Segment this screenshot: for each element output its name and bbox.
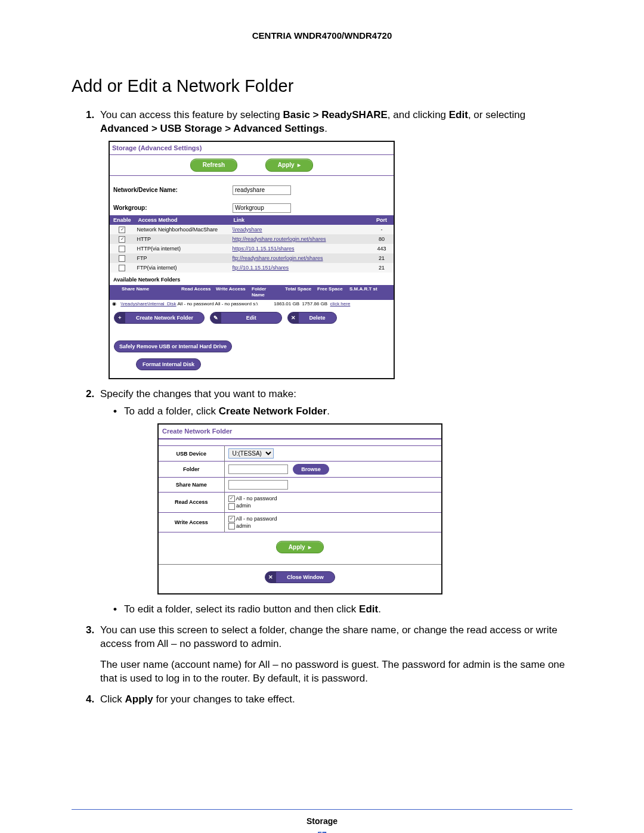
write-access-label: Write Access [159, 512, 224, 532]
step-3: You can use this screen to select a fold… [86, 624, 572, 686]
folder-input[interactable] [228, 465, 288, 474]
write-all-checkbox[interactable] [228, 516, 235, 522]
panel2-title: Create Network Folder [159, 425, 441, 438]
network-name-input[interactable] [233, 185, 291, 195]
create-folder-form: USB Device U:(TESSA) Folder Browse Share… [159, 445, 441, 532]
folders-header: Share Name Read Access Write Access Fold… [110, 285, 394, 301]
section-title: Add or Edit a Network Folder [72, 75, 572, 98]
step-1-bold-1: Basic > ReadySHARE [283, 109, 388, 120]
available-folders-label: Available Network Folders [110, 272, 394, 284]
access-method-table: Enable Access Method Link Port Network N… [110, 215, 394, 273]
step-3-para-2: The user name (account name) for All – n… [100, 658, 572, 686]
close-window-button[interactable]: ✕Close Window [265, 571, 335, 583]
apply-button[interactable]: Apply ▸ [265, 159, 313, 172]
delete-folder-button[interactable]: ✕Delete [287, 312, 337, 324]
read-all-checkbox[interactable] [228, 496, 235, 502]
th-link: Link [230, 215, 370, 225]
port-cell: 21 [370, 263, 394, 272]
format-disk-button[interactable]: Format Internal Disk [136, 358, 201, 370]
link-cell[interactable]: ftp://readyshare.routerlogin.net/shares [233, 255, 323, 261]
folder-row: ◉ \\readyshare\Internal_Disk All - no pa… [110, 300, 394, 309]
step-1-bold-2: Edit [449, 109, 468, 120]
step-1-bold-3: Advanced > USB Storage > Advanced Settin… [100, 123, 324, 134]
footer-section-label: Storage [72, 816, 572, 827]
safely-remove-button[interactable]: Safely Remove USB or Internal Hard Drive [114, 340, 232, 352]
page-number: 57 [72, 829, 572, 833]
folder-label: Folder [159, 462, 224, 478]
step-1-text-c: , and clicking [388, 109, 449, 120]
share-name-input[interactable] [228, 480, 288, 490]
method-cell: FTP [135, 253, 230, 263]
usb-device-select[interactable]: U:(TESSA) [228, 448, 274, 459]
step-2-text: Specify the changes that you want to mak… [100, 388, 296, 400]
th-enable: Enable [110, 215, 135, 225]
method-cell: HTTP [135, 234, 230, 244]
footer-rule [72, 809, 572, 810]
read-access-label: Read Access [159, 493, 224, 512]
port-cell: 443 [370, 244, 394, 253]
smart-link[interactable]: click here [330, 301, 351, 306]
apply-button-2[interactable]: Apply ▸ [276, 541, 324, 554]
step-1-text-a: You can access this feature by selecting [100, 109, 283, 120]
th-method: Access Method [135, 215, 230, 225]
enable-checkbox[interactable] [119, 246, 125, 252]
edit-folder-button[interactable]: ✎Edit [210, 312, 282, 324]
enable-checkbox[interactable] [119, 236, 125, 243]
enable-checkbox[interactable] [119, 227, 125, 233]
write-admin-checkbox[interactable] [228, 523, 235, 529]
th-port: Port [370, 215, 394, 225]
refresh-button[interactable]: Refresh [190, 159, 237, 172]
read-admin-checkbox[interactable] [228, 503, 235, 510]
method-cell: FTP(via internet) [135, 263, 230, 272]
panel1-title: Storage (Advanced Settings) [110, 142, 394, 154]
step-1-text-e: , or selecting [468, 109, 525, 120]
link-cell[interactable]: ftp://10.1.15.151/shares [233, 265, 289, 271]
step-2-bullet-2: To edit a folder, select its radio butto… [111, 603, 572, 617]
step-3-para-1: You can use this screen to select a fold… [100, 624, 572, 651]
step-4: Click Apply for your changes to take eff… [86, 693, 572, 707]
method-cell: HTTP(via internet) [135, 244, 230, 253]
port-cell: - [370, 225, 394, 234]
step-1-text-g: . [324, 123, 327, 134]
create-network-folder-screenshot: Create Network Folder USB Device U:(TESS… [157, 423, 442, 594]
network-name-label: Network/Device Name: [113, 186, 233, 194]
share-link[interactable]: \\readyshare\Internal_Disk [120, 301, 176, 306]
link-cell[interactable]: https://10.1.15.151/shares [233, 246, 295, 252]
workgroup-label: Workgroup: [113, 204, 233, 212]
link-cell[interactable]: http://readyshare.routerlogin.net/shares [233, 236, 326, 242]
enable-checkbox[interactable] [119, 255, 125, 262]
enable-checkbox[interactable] [119, 265, 125, 271]
storage-advanced-screenshot: Storage (Advanced Settings) Refresh Appl… [109, 141, 395, 379]
browse-button[interactable]: Browse [293, 464, 329, 475]
step-2-bullet-1: To add a folder, click Create Network Fo… [111, 405, 572, 594]
port-cell: 21 [370, 253, 394, 263]
create-network-folder-button[interactable]: +Create Network Folder [114, 312, 205, 324]
share-name-label: Share Name [159, 478, 224, 493]
usb-device-label: USB Device [159, 446, 224, 462]
workgroup-input[interactable] [233, 203, 291, 213]
link-cell[interactable]: \\readyshare [233, 227, 262, 233]
step-2: Specify the changes that you want to mak… [86, 388, 572, 617]
doc-header: CENTRIA WNDR4700/WNDR4720 [72, 30, 572, 42]
step-1: You can access this feature by selecting… [86, 109, 572, 379]
port-cell: 80 [370, 234, 394, 244]
method-cell: Network Neighborhood/MacShare [135, 225, 230, 234]
